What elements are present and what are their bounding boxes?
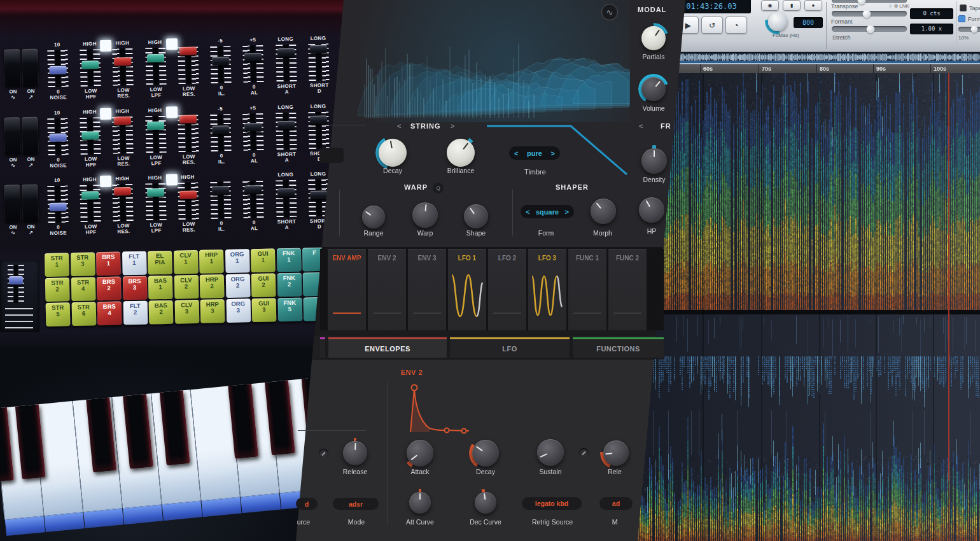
- slider-cap[interactable]: [179, 46, 197, 55]
- preset-key[interactable]: BAS1: [148, 276, 173, 300]
- slider-track[interactable]: [178, 115, 199, 152]
- preset-key[interactable]: FNK5: [277, 298, 302, 322]
- rocker-switch[interactable]: [22, 185, 38, 222]
- sustain-knob[interactable]: [537, 439, 564, 466]
- slider-track[interactable]: [276, 113, 297, 150]
- slider-cap[interactable]: [179, 190, 197, 199]
- density-knob[interactable]: [641, 148, 667, 174]
- slider-cap[interactable]: [81, 191, 99, 200]
- mix-slider[interactable]: [958, 27, 980, 32]
- slider[interactable]: 10 0NOISE: [41, 41, 75, 108]
- preset-key[interactable]: CLV2: [174, 275, 199, 299]
- preset-key[interactable]: HRP2: [200, 274, 225, 299]
- volume-knob[interactable]: [641, 77, 666, 101]
- modulator-cell[interactable]: ENV AMP: [328, 249, 366, 330]
- slider[interactable]: 10 0NOISE: [41, 109, 75, 176]
- transport-button[interactable]: ◔: [725, 17, 747, 34]
- rocker-switch[interactable]: [4, 117, 20, 155]
- preset-key[interactable]: FNK2: [277, 273, 302, 297]
- lit-button[interactable]: [166, 106, 178, 118]
- preset-key[interactable]: STR5: [46, 302, 71, 327]
- slider-track[interactable]: [178, 46, 199, 84]
- slider-cap[interactable]: [244, 53, 262, 62]
- cut-mode-selector[interactable]: d: [296, 498, 318, 510]
- rocker-switch[interactable]: [4, 49, 20, 87]
- preset-key[interactable]: STR4: [71, 277, 95, 301]
- rocker-switch[interactable]: [4, 185, 20, 222]
- dec-curve-knob[interactable]: [475, 492, 496, 514]
- slider-track[interactable]: [145, 116, 166, 153]
- preset-key[interactable]: STR3: [70, 252, 95, 276]
- next-arrow-icon[interactable]: >: [565, 208, 569, 216]
- slider-track[interactable]: [308, 43, 329, 81]
- slider[interactable]: LONG SHORTD: [302, 35, 336, 102]
- slider-cap[interactable]: [277, 48, 295, 57]
- slider[interactable]: 0AL: [237, 172, 271, 239]
- slider-track[interactable]: [80, 49, 101, 87]
- decay-knob[interactable]: [379, 139, 407, 167]
- lit-button[interactable]: [100, 108, 111, 120]
- link-toggle[interactable]: ⊦ ⊚ LNK: [890, 3, 909, 9]
- slider-cap[interactable]: [81, 131, 99, 140]
- lit-button[interactable]: [100, 40, 111, 52]
- slider-track[interactable]: [112, 184, 133, 221]
- transpose-slider[interactable]: [832, 11, 907, 17]
- slider-track[interactable]: [145, 48, 166, 85]
- rocker-switch[interactable]: [22, 117, 38, 155]
- preset-key[interactable]: HRP1: [199, 249, 224, 274]
- slider-track[interactable]: [80, 185, 101, 222]
- slider-track[interactable]: [112, 48, 133, 86]
- preset-key[interactable]: CLV3: [174, 300, 199, 324]
- link-icon[interactable]: [579, 448, 589, 458]
- slider-cap[interactable]: [114, 187, 131, 196]
- preset-key[interactable]: BRS2: [97, 276, 122, 300]
- waveform-overview[interactable]: [630, 53, 980, 62]
- slider-track[interactable]: [210, 46, 231, 83]
- slider-track[interactable]: [47, 185, 68, 223]
- rocker-switch[interactable]: [22, 49, 38, 87]
- modulator-cell[interactable]: FUNC 2: [608, 249, 647, 330]
- preset-key[interactable]: ELPIA: [148, 251, 172, 275]
- tape-checkbox[interactable]: [960, 4, 967, 11]
- prev-arrow-icon[interactable]: <: [526, 208, 529, 216]
- formant-slider[interactable]: [832, 26, 907, 32]
- hp-knob[interactable]: [639, 197, 664, 223]
- slider-track[interactable]: [80, 117, 101, 155]
- slider-track[interactable]: [210, 181, 231, 219]
- slider-track[interactable]: [243, 181, 264, 218]
- toolbar-mini-button[interactable]: ●: [804, 0, 822, 11]
- modulator-cell[interactable]: LFO 3: [528, 249, 566, 330]
- slider-cap[interactable]: [49, 133, 66, 142]
- decay-env-knob[interactable]: [472, 440, 499, 467]
- preset-key[interactable]: ORG2: [225, 274, 250, 298]
- preset-key[interactable]: FLT2: [123, 301, 148, 325]
- tab-functions[interactable]: FUNCTIONS: [573, 337, 664, 358]
- slider-track[interactable]: [308, 111, 329, 149]
- slider-cap[interactable]: [212, 57, 229, 66]
- release-knob-right[interactable]: [603, 440, 629, 466]
- preset-key[interactable]: STR2: [45, 278, 70, 302]
- slider-cap[interactable]: [277, 121, 295, 130]
- slider-cap[interactable]: [81, 60, 99, 69]
- shape-knob[interactable]: [464, 204, 488, 228]
- slider-cap[interactable]: [244, 123, 262, 132]
- prev-arrow-icon[interactable]: <: [514, 150, 518, 157]
- preset-key[interactable]: BRS3: [122, 276, 147, 300]
- toolbar-mini-button[interactable]: ▮: [783, 0, 801, 11]
- slider[interactable]: LONG SHORTA: [269, 171, 304, 238]
- f0max-knob[interactable]: [768, 12, 787, 31]
- lit-button[interactable]: [166, 174, 178, 185]
- morph-knob[interactable]: [591, 199, 616, 224]
- slider[interactable]: -5 0IL.: [204, 38, 238, 104]
- partials-knob[interactable]: [641, 26, 666, 50]
- slider-track[interactable]: [178, 182, 199, 220]
- modulator-cell[interactable]: FUNC 1: [568, 249, 606, 330]
- att-curve-knob[interactable]: [409, 492, 431, 514]
- slider-track[interactable]: [210, 114, 231, 151]
- slider-track[interactable]: [47, 50, 68, 87]
- modulator-cell[interactable]: ENV 3: [408, 249, 446, 330]
- warp-knob[interactable]: [412, 202, 438, 228]
- lit-button[interactable]: [100, 176, 111, 187]
- slider-cap[interactable]: [212, 125, 229, 134]
- slider[interactable]: 10 0NOISE: [41, 177, 75, 244]
